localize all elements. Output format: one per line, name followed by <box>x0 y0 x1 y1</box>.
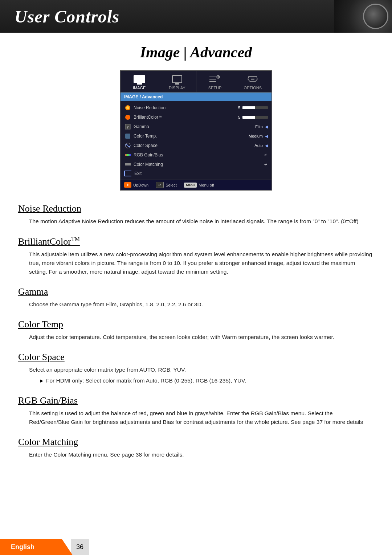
rgb-gain-bias-icon <box>124 152 131 158</box>
bullet-arrow-icon: ▶ <box>40 377 43 384</box>
osd-menu-rows: Noise Reduction 5 BrilliantColor™ 5 <box>121 101 271 180</box>
svg-point-8 <box>126 106 129 109</box>
color-temp-body: Adjust the color temperature. Cold tempe… <box>29 333 374 342</box>
osd-tab-display[interactable]: DISPLAY <box>158 71 196 92</box>
footer: English 36 <box>0 538 392 556</box>
brilliant-color-heading: BrilliantColorTM <box>18 236 374 247</box>
color-temp-scroll-arrow: ◀ <box>265 134 268 139</box>
rgb-gain-bias-body: This setting is used to adjust the balan… <box>29 409 374 426</box>
osd-tab-options[interactable]: OPTIONS <box>234 71 271 92</box>
osd-row-noise-reduction: Noise Reduction 5 <box>121 103 271 113</box>
osd-updown: ⬆ UpDown <box>124 182 148 188</box>
color-matching-body: Enter the Color Matching menu. See page … <box>29 450 374 459</box>
osd-row-color-space: Color Space Auto ◀ <box>121 141 271 150</box>
select-button[interactable]: ↵ <box>156 182 164 188</box>
color-space-body: Select an appropriate color matrix type … <box>29 365 374 374</box>
osd-menu: IMAGE DISPLAY SETUP <box>120 70 272 191</box>
noise-reduction-bar-fill <box>242 106 255 109</box>
page-number: 36 <box>76 543 83 551</box>
osd-tab-display-label: DISPLAY <box>169 86 185 90</box>
brilliant-color-icon <box>124 114 131 120</box>
color-space-value: Auto <box>254 143 263 148</box>
section-gamma: Gamma Choose the Gamma type from Film, G… <box>18 286 374 309</box>
footer-language: English <box>0 539 73 555</box>
camera-decoration <box>334 0 392 33</box>
svg-rect-2 <box>209 81 216 82</box>
osd-row-gamma: γ Gamma Film ◀ <box>121 122 271 131</box>
color-temp-icon <box>124 133 131 139</box>
gamma-scroll-arrow: ◀ <box>265 124 268 129</box>
rgb-gain-bias-heading: RGB Gain/Bias <box>18 395 374 406</box>
osd-tab-image[interactable]: IMAGE <box>121 71 158 92</box>
osd-exit-row: → Exit <box>121 169 271 178</box>
color-temp-value: Medium <box>249 134 263 138</box>
setup-icon <box>208 74 221 85</box>
color-matching-arrow: ↵ <box>264 162 268 167</box>
osd-tab-options-label: OPTIONS <box>244 86 262 90</box>
color-space-bullet-text: For HDMI only: Select color matrix from … <box>46 376 246 385</box>
gamma-heading: Gamma <box>18 286 374 297</box>
color-space-bullet-item: ▶ For HDMI only: Select color matrix fro… <box>40 376 374 385</box>
color-space-icon <box>124 142 131 149</box>
osd-row-color-temp: Color Temp. Medium ◀ <box>121 131 271 141</box>
svg-point-4 <box>217 76 219 78</box>
camera-lens <box>363 4 388 29</box>
noise-reduction-bar <box>242 106 268 109</box>
options-icon <box>246 74 259 85</box>
noise-reduction-icon <box>124 105 131 111</box>
svg-text:γ: γ <box>127 125 129 128</box>
updown-button[interactable]: ⬆ <box>124 182 131 188</box>
section-noise-reduction: Noise Reduction The motion Adaptive Nois… <box>18 203 374 226</box>
osd-row-brilliant-color: BrilliantColor™ 5 <box>121 113 271 122</box>
brilliant-color-value: 5 <box>238 115 240 119</box>
updown-label: UpDown <box>133 183 148 187</box>
color-temp-label: Color Temp. <box>134 134 249 139</box>
select-label: Select <box>166 183 177 187</box>
osd-tab-setup[interactable]: SETUP <box>196 71 234 92</box>
section-brilliant-color: BrilliantColorTM This adjustable item ut… <box>18 236 374 276</box>
color-matching-label: Color Matching <box>134 162 264 167</box>
osd-tab-setup-label: SETUP <box>208 86 222 90</box>
color-space-bullets: ▶ For HDMI only: Select color matrix fro… <box>40 376 374 385</box>
noise-reduction-label: Noise Reduction <box>134 105 238 110</box>
osd-row-rgb-gain-bias: RGB Gain/Bias ↵ <box>121 150 271 160</box>
noise-reduction-value: 5 <box>238 106 240 110</box>
menuoff-label: Menu off <box>199 183 214 187</box>
svg-rect-1 <box>209 79 216 79</box>
color-temp-heading: Color Temp <box>18 319 374 330</box>
section-color-matching: Color Matching Enter the Color Matching … <box>18 437 374 459</box>
noise-reduction-body: The motion Adaptive Noise Reduction redu… <box>29 217 374 226</box>
section-color-space: Color Space Select an appropriate color … <box>18 352 374 385</box>
image-icon <box>133 74 146 85</box>
osd-nav-tabs: IMAGE DISPLAY SETUP <box>121 71 271 93</box>
gamma-value: Film <box>255 124 263 129</box>
footer-page-number: 36 <box>71 539 89 555</box>
svg-rect-14 <box>125 154 131 156</box>
color-space-heading: Color Space <box>18 352 374 363</box>
svg-rect-15 <box>125 163 131 165</box>
gamma-icon: γ <box>124 123 131 130</box>
section-color-temp: Color Temp Adjust the color temperature.… <box>18 319 374 342</box>
display-icon <box>171 74 184 85</box>
gamma-body: Choose the Gamma type from Film, Graphic… <box>29 300 374 309</box>
svg-rect-12 <box>125 134 130 139</box>
rgb-gain-bias-arrow: ↵ <box>264 152 268 158</box>
menu-button[interactable]: Menu <box>184 183 197 188</box>
page-subtitle: Image | Advanced <box>18 44 374 61</box>
osd-breadcrumb: IMAGE / Advanced <box>121 93 271 101</box>
osd-menuoff: Menu Menu off <box>184 183 214 188</box>
monitor-icon <box>134 75 145 83</box>
language-label: English <box>11 543 34 551</box>
display-shape-icon <box>172 75 182 83</box>
page-content: Image | Advanced IMAGE DISPLAY <box>0 33 392 483</box>
color-matching-heading: Color Matching <box>18 437 374 447</box>
color-space-label: Color Space <box>134 143 254 148</box>
osd-row-color-matching: Color Matching ↵ <box>121 160 271 169</box>
brilliant-color-label: BrilliantColor™ <box>134 115 238 120</box>
color-space-scroll-arrow: ◀ <box>265 143 268 148</box>
rgb-gain-bias-label: RGB Gain/Bias <box>134 152 264 158</box>
gamma-label: Gamma <box>134 124 255 129</box>
svg-rect-0 <box>209 77 216 77</box>
color-matching-icon <box>124 161 131 168</box>
svg-point-9 <box>125 115 130 120</box>
